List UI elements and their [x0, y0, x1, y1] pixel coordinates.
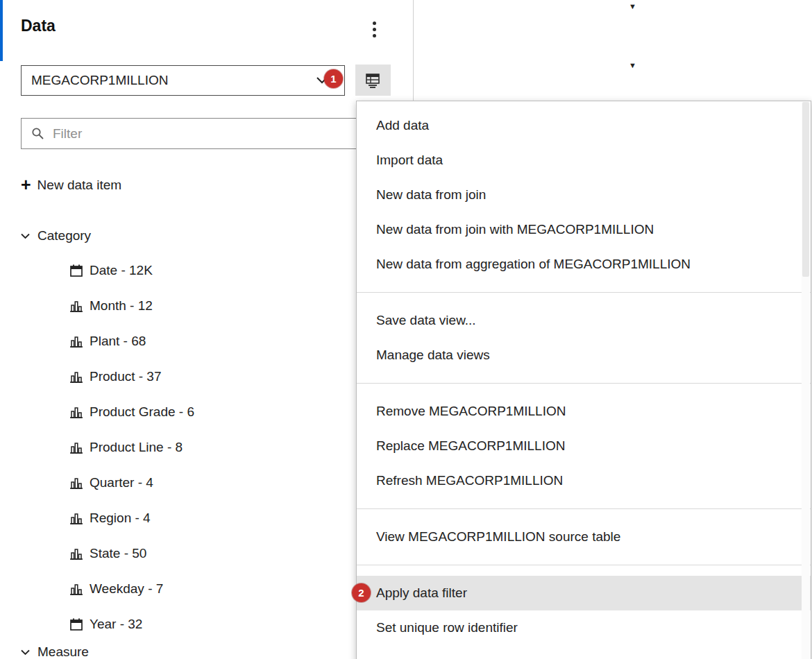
barchart-icon	[69, 547, 83, 560]
category-item-list: Date - 12K Month - 12 Plant - 68 Product…	[0, 253, 413, 642]
data-item-row[interactable]: Month - 12	[0, 288, 413, 323]
category-section-label: Category	[37, 228, 91, 243]
data-item-row[interactable]: Plant - 68	[0, 323, 413, 359]
calendar-icon	[69, 264, 83, 277]
data-item-row[interactable]: Product - 37	[0, 359, 413, 394]
scrollbar-thumb[interactable]	[802, 102, 809, 277]
data-item-label: Region - 4	[90, 511, 151, 526]
data-panel: Data MEGACORP1MILLION	[0, 0, 414, 659]
data-item-row[interactable]: Product Line - 8	[0, 429, 413, 465]
menu-separator	[357, 565, 811, 565]
data-item-label: Year - 32	[90, 617, 142, 632]
data-item-label: State - 50	[90, 546, 146, 561]
menu-item-add-data[interactable]: Add data	[357, 108, 811, 143]
barchart-icon	[69, 511, 83, 525]
screen: ▼ ▼ Data MEGACORP1MILLION	[0, 0, 812, 659]
data-options-button[interactable]	[355, 65, 391, 96]
data-item-row[interactable]: Region - 4	[0, 500, 413, 536]
kebab-menu-icon[interactable]	[369, 19, 379, 40]
search-icon	[31, 127, 44, 140]
canvas-dropdown-arrow[interactable]: ▼	[629, 62, 636, 69]
data-item-label: Product Grade - 6	[90, 404, 194, 420]
annotation-step-2-badge: 2	[352, 583, 371, 602]
menu-separator	[357, 508, 811, 509]
menu-item-remove-table[interactable]: Remove MEGACORP1MILLION	[357, 394, 811, 429]
barchart-icon	[69, 405, 83, 419]
menu-item-replace-table[interactable]: Replace MEGACORP1MILLION	[357, 429, 811, 463]
chevron-down-icon	[21, 649, 30, 656]
data-item-label: Plant - 68	[90, 334, 146, 349]
barchart-icon	[69, 476, 83, 490]
data-table-icon	[365, 73, 382, 88]
data-item-label: Date - 12K	[90, 263, 153, 278]
data-item-label: Product Line - 8	[90, 440, 183, 455]
data-context-menu: Add data Import data New data from join …	[356, 101, 811, 659]
data-item-row[interactable]: Date - 12K	[0, 253, 413, 288]
menu-separator	[357, 383, 811, 384]
category-section-header[interactable]: Category	[21, 228, 91, 243]
annotation-step-1-badge: 1	[324, 69, 343, 88]
barchart-icon	[69, 299, 83, 313]
barchart-icon	[69, 370, 83, 384]
data-item-label: Month - 12	[90, 298, 153, 314]
barchart-icon	[69, 582, 83, 596]
barchart-icon	[69, 334, 83, 348]
menu-item-import-data[interactable]: Import data	[357, 143, 811, 178]
data-item-row[interactable]: Product Grade - 6	[0, 394, 413, 429]
chevron-down-icon	[21, 233, 30, 239]
menu-item-new-data-from-join-with-table[interactable]: New data from join with MEGACORP1MILLION	[357, 212, 811, 247]
new-data-item-label: New data item	[37, 178, 121, 193]
menu-item-save-data-view[interactable]: Save data view...	[357, 303, 811, 338]
plus-icon: +	[21, 176, 31, 194]
data-item-label: Quarter - 4	[90, 475, 153, 490]
data-source-value: MEGACORP1MILLION	[31, 73, 168, 88]
data-item-label: Weekday - 7	[90, 581, 163, 597]
filter-text-input[interactable]	[51, 126, 382, 142]
barchart-icon	[69, 440, 83, 454]
menu-item-apply-data-filter[interactable]: Apply data filter	[357, 576, 811, 610]
data-item-row[interactable]: State - 50	[0, 536, 413, 571]
menu-scrollbar[interactable]	[802, 102, 810, 659]
measure-section-label: Measure	[37, 644, 89, 659]
data-source-select[interactable]: MEGACORP1MILLION	[21, 65, 345, 96]
menu-item-new-data-from-aggregation[interactable]: New data from aggregation of MEGACORP1MI…	[357, 247, 811, 282]
calendar-icon	[69, 617, 83, 631]
menu-item-manage-data-views[interactable]: Manage data views	[357, 338, 811, 373]
menu-separator	[357, 292, 811, 293]
menu-item-refresh-table[interactable]: Refresh MEGACORP1MILLION	[357, 463, 811, 498]
filter-input[interactable]	[21, 118, 390, 149]
menu-item-set-unique-row-identifier[interactable]: Set unique row identifier	[357, 610, 811, 645]
data-item-label: Product - 37	[90, 369, 162, 384]
panel-accent-strip	[0, 0, 3, 61]
data-item-row[interactable]: Weekday - 7	[0, 571, 413, 606]
panel-title: Data	[21, 17, 56, 35]
canvas-dropdown-arrow[interactable]: ▼	[629, 3, 636, 10]
data-item-row[interactable]: Quarter - 4	[0, 465, 413, 500]
new-data-item-button[interactable]: + New data item	[21, 176, 121, 194]
measure-section-header[interactable]: Measure	[21, 644, 89, 659]
menu-item-view-source-table[interactable]: View MEGACORP1MILLION source table	[357, 520, 811, 554]
menu-item-new-data-from-join[interactable]: New data from join	[357, 178, 811, 212]
data-item-row[interactable]: Year - 32	[0, 606, 413, 642]
